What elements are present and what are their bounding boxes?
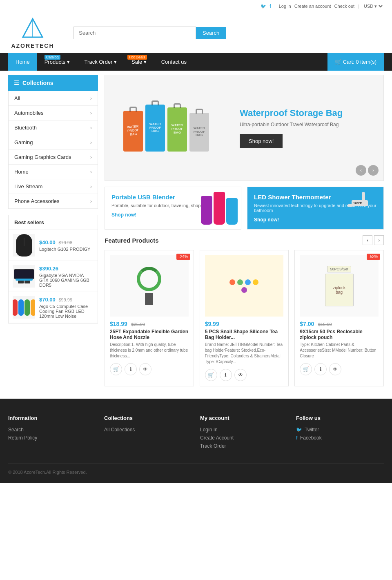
best-sellers-title: Best sellers (9, 215, 98, 230)
best-seller-info: $390.26 Gigabyte VGA NVIDIA GTX 1060 GAM… (39, 265, 94, 288)
footer-track-order-link[interactable]: Track Order (200, 443, 288, 449)
search-button[interactable]: Search (196, 27, 226, 39)
hero-subtitle: Ultra-portable Outdoor Travel Waterproof… (240, 122, 371, 127)
bags-display: WATERPROOFBAG WATERPROOFBAG WATERPROOFBA… (119, 96, 213, 160)
footer-collections-title: Collections (104, 415, 192, 421)
product-name: 25FT Expandable Flexible Garden Hose And… (110, 329, 189, 340)
cart-button[interactable]: 🛒 Cart: 0 item(s) (327, 53, 384, 71)
hot-deals-badge: Hot Deals (127, 55, 147, 60)
hero-image: WATERPROOFBAG WATERPROOFBAG WATERPROOFBA… (105, 75, 227, 181)
promo-card-blender: Portable USB Blender Portable, suitable … (105, 187, 241, 230)
footer-search-link[interactable]: Search (8, 427, 96, 433)
list-item: $70.00 $99.99 Aigo C5 Computer Case Cool… (9, 292, 98, 323)
product-name: 5 PCS Snail Shape Silicone Tea Bag Holde… (205, 329, 284, 340)
promo-row: Portable USB Blender Portable, suitable … (105, 187, 384, 230)
nav-contact[interactable]: Contact us (154, 53, 194, 71)
hero-title: Waterproof Storage Bag (240, 108, 371, 118)
add-to-cart-button[interactable]: 🛒 (110, 363, 122, 375)
hero-prev-button[interactable]: ‹ (356, 165, 366, 176)
nav-products[interactable]: Catalog Products ▾ (37, 53, 77, 71)
currency-select[interactable]: USD ▾ (362, 3, 384, 9)
nav-track-order[interactable]: Track Order ▾ (77, 53, 124, 71)
twitter-label: Twitter (305, 427, 319, 433)
search-area: Search (74, 27, 384, 39)
blender-image (201, 192, 238, 225)
product-actions: 🛒 ℹ 👁 (110, 363, 189, 375)
sidebar-item-gaming[interactable]: Gaming › (9, 135, 98, 150)
footer-return-link[interactable]: Return Policy (8, 435, 96, 441)
chevron-icon: › (90, 198, 92, 204)
featured-header: Featured Products ‹ › (105, 235, 384, 245)
info-button[interactable]: ℹ (220, 369, 232, 381)
best-seller-name: Logitech G102 PRODIGY (39, 247, 94, 252)
sidebar-title: Collections (22, 80, 53, 86)
product-description: Brand Name: JETTINGModel Number: Tea bag… (205, 342, 284, 365)
facebook-icon: f (270, 3, 271, 9)
facebook-icon: f (296, 435, 298, 441)
footer-create-account-link[interactable]: Create Account (200, 435, 288, 441)
sidebar-item-gaming-graphics[interactable]: Gaming Graphics Cards › (9, 150, 98, 165)
product-card: $9.99 5 PCS Snail Shape Silicone Tea Bag… (200, 250, 289, 386)
hero-cta-button[interactable]: Shop now! (240, 134, 283, 148)
footer-twitter-link[interactable]: 🐦 Twitter (296, 427, 384, 433)
twitter-icon: 🐦 (296, 427, 302, 433)
checkout-link[interactable]: Check out (334, 4, 355, 9)
hero-next-button[interactable]: › (368, 165, 379, 176)
product-badge: -53% (367, 254, 380, 260)
footer: Information Search Return Policy Collect… (0, 399, 392, 483)
featured-next-button[interactable]: › (374, 235, 384, 245)
featured-prev-button[interactable]: ‹ (363, 235, 372, 245)
create-account-link[interactable]: Create an account (294, 4, 331, 9)
chevron-icon: › (90, 183, 92, 190)
view-button[interactable]: 👁 (329, 363, 341, 375)
info-button[interactable]: ℹ (125, 363, 137, 375)
add-to-cart-button[interactable]: 🛒 (300, 363, 312, 375)
chevron-icon: › (90, 110, 92, 116)
product-description: Type: Kitchen Cabinet Parts & Accessorie… (300, 342, 379, 359)
sidebar: ☰ Collections All › Automobiles › Blueto… (8, 75, 98, 386)
footer-login-link[interactable]: Login In (200, 427, 288, 433)
promo-card-shower: LED Shower Thermometer Newest innovated … (247, 187, 384, 230)
add-to-cart-button[interactable]: 🛒 (205, 369, 217, 381)
login-link[interactable]: Log in (279, 4, 291, 9)
navigation: Home Catalog Products ▾ Track Order ▾ Ho… (0, 53, 392, 71)
best-sellers-panel: Best sellers $40.00 $79.98 Logitech G102… (8, 215, 98, 323)
sidebar-item-live-stream[interactable]: Live Stream › (9, 179, 98, 194)
sidebar-item-bluetooth[interactable]: Bluetooth › (9, 120, 98, 135)
bag-orange: WATERPROOFBAG (123, 111, 143, 152)
logo-icon (20, 16, 45, 41)
sidebar-item-phone-accessories[interactable]: Phone Accessories › (9, 194, 98, 209)
info-button[interactable]: ℹ (314, 363, 327, 375)
sidebar-item-all[interactable]: All › (9, 91, 98, 106)
list-item: $40.00 $79.98 Logitech G102 PRODIGY (9, 230, 98, 261)
catalog-badge: Catalog (45, 55, 60, 60)
sidebar-item-automobiles[interactable]: Automobiles › (9, 106, 98, 120)
footer-collections: Collections All Collections (104, 415, 192, 451)
chevron-icon: › (90, 169, 92, 175)
hero-text-area: Waterproof Storage Bag Ultra-portable Ou… (227, 96, 383, 161)
search-input[interactable] (74, 27, 196, 39)
footer-all-collections-link[interactable]: All Collections (104, 427, 192, 433)
main-content: ☰ Collections All › Automobiles › Blueto… (0, 75, 392, 386)
product-actions: 🛒 ℹ 👁 (205, 369, 284, 381)
view-button[interactable]: 👁 (139, 363, 151, 375)
nav-sale[interactable]: Hot Deals Sale ▾ (124, 53, 154, 71)
footer-info: Information Search Return Policy (8, 415, 96, 451)
featured-title: Featured Products (105, 237, 159, 244)
footer-facebook-link[interactable]: f Facebook (296, 435, 384, 441)
nav-home[interactable]: Home (8, 53, 37, 71)
view-button[interactable]: 👁 (234, 369, 247, 381)
chevron-icon: › (90, 154, 92, 160)
mouse-icon (16, 234, 32, 257)
shower-image: 103°F (347, 192, 380, 225)
footer-grid: Information Search Return Policy Collect… (8, 415, 384, 451)
product-description: Description:1. With high quality, tube t… (110, 342, 189, 359)
chevron-icon: › (90, 125, 92, 131)
sidebar-item-home[interactable]: Home › (9, 165, 98, 179)
chevron-icon: › (90, 95, 92, 101)
best-seller-price: $40.00 (39, 239, 56, 245)
logo-area: AZORETECH (8, 16, 57, 49)
list-item: $390.26 Gigabyte VGA NVIDIA GTX 1060 GAM… (9, 261, 98, 292)
product-card: -24% $18.99 $25.00 25FT Expandable Flexi… (105, 250, 194, 386)
logo-text: AZORETECH (11, 42, 54, 49)
